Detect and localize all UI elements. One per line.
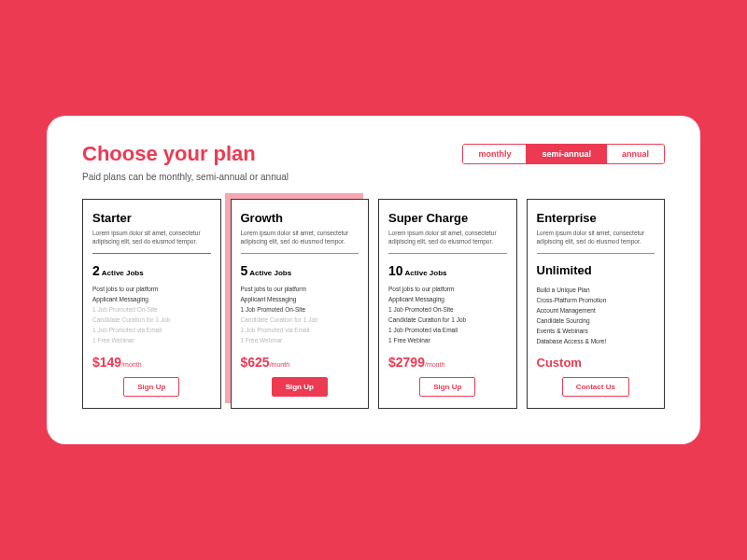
plan-feature: 1 Job Promoted via Email bbox=[388, 325, 507, 335]
plan-feature: Candidate Sourcing bbox=[537, 315, 655, 326]
plan-name: Super Charge bbox=[388, 211, 507, 225]
plan-feature: Cross-Platform Promotion bbox=[537, 295, 655, 305]
plan-feature: 1 Free Webinar bbox=[92, 335, 211, 345]
plan-growth: GrowthLorem ipsum dolor sit amet, consec… bbox=[231, 199, 370, 409]
plan-starter: StarterLorem ipsum dolor sit amet, conse… bbox=[82, 199, 221, 409]
plan-feature: 1 Job Promoted On-Site bbox=[92, 304, 211, 315]
plan-price-period: /month bbox=[121, 361, 141, 368]
plan-feature: 1 Free Webinar bbox=[241, 335, 359, 345]
header-text: Choose your plan Paid plans can be month… bbox=[82, 142, 289, 182]
plan-divider bbox=[241, 253, 359, 254]
page-subtitle: Paid plans can be monthly, semi-annual o… bbox=[82, 172, 289, 182]
plan-feature: Database Access & More! bbox=[537, 336, 655, 346]
plan-feature: 1 Free Webinar bbox=[388, 335, 507, 345]
plan-price: $149/month bbox=[92, 355, 211, 370]
toggle-annual[interactable]: annual bbox=[607, 145, 664, 163]
plan-super-charge: Super ChargeLorem ipsum dolor sit amet, … bbox=[378, 199, 517, 409]
plan-feature: 1 Job Promoted via Email bbox=[241, 325, 359, 335]
plan-feature: Post jobs to our platform bbox=[92, 284, 211, 294]
plan-cta-button[interactable]: Sign Up bbox=[123, 377, 179, 397]
plan-price: $625/month bbox=[241, 355, 359, 370]
plan-feature: Candidate Curation for 1 Job bbox=[92, 315, 211, 325]
plan-price-period: /month bbox=[270, 361, 289, 368]
toggle-monthly[interactable]: monthly bbox=[463, 145, 527, 163]
plan-jobs-count: 10 bbox=[388, 263, 403, 278]
plan-name: Enterprise bbox=[537, 211, 655, 225]
plan-features: Post jobs to our platformApplicant Messa… bbox=[241, 284, 359, 345]
plan-cta-button[interactable]: Sign Up bbox=[419, 377, 475, 397]
plan-jobs-label: Active Jobs bbox=[102, 269, 144, 277]
plan-jobs-label: Active Jobs bbox=[405, 269, 447, 277]
plan-feature: Applicant Messaging bbox=[241, 294, 359, 304]
plan-jobs: 5Active Jobs bbox=[241, 263, 359, 278]
plan-jobs-unlimited: Unlimited bbox=[537, 263, 655, 277]
plan-features: Post jobs to our platformApplicant Messa… bbox=[388, 284, 507, 345]
plan-feature: 1 Job Promoted On-Site bbox=[241, 304, 359, 315]
billing-toggle: monthly semi-annual annual bbox=[462, 144, 665, 164]
plan-feature: Build a Unique Plan bbox=[537, 285, 655, 295]
plan-jobs-count: 2 bbox=[92, 263, 100, 278]
plan-cta-button[interactable]: Contact Us bbox=[562, 377, 629, 397]
plan-name: Growth bbox=[241, 211, 359, 225]
plan-jobs-count: 5 bbox=[241, 263, 248, 278]
plan-cta-button[interactable]: Sign Up bbox=[272, 377, 328, 397]
plan-feature: Applicant Messaging bbox=[388, 294, 507, 304]
plan-price-period: /month bbox=[425, 361, 444, 368]
page-title: Choose your plan bbox=[82, 142, 289, 166]
plan-divider bbox=[537, 253, 655, 254]
plans-container: StarterLorem ipsum dolor sit amet, conse… bbox=[82, 199, 665, 409]
plan-cta-wrap: Sign Up bbox=[92, 377, 211, 397]
plan-name: Starter bbox=[92, 211, 211, 225]
plan-cta-wrap: Sign Up bbox=[388, 377, 507, 397]
plan-features: Build a Unique PlanCross-Platform Promot… bbox=[537, 285, 655, 346]
plan-feature: Candidate Curation for 1 Job bbox=[388, 315, 507, 325]
plan-enterprise: EnterpriseLorem ipsum dolor sit amet, co… bbox=[527, 199, 666, 409]
pricing-card: Choose your plan Paid plans can be month… bbox=[47, 116, 700, 444]
plan-feature: Events & Webinars bbox=[537, 326, 655, 336]
plan-feature: Account Management bbox=[537, 305, 655, 315]
plan-feature: Applicant Messaging bbox=[92, 294, 211, 304]
plan-feature: Candidate Curation for 1 Job bbox=[241, 315, 359, 325]
plan-price-custom: Custom bbox=[537, 356, 655, 370]
plan-feature: 1 Job Promoted On-Site bbox=[388, 304, 507, 315]
plan-divider bbox=[388, 253, 507, 254]
plan-divider bbox=[92, 253, 211, 254]
plan-description: Lorem ipsum dolor sit amet, consectetur … bbox=[92, 229, 211, 245]
toggle-semi-annual[interactable]: semi-annual bbox=[527, 145, 607, 163]
plan-description: Lorem ipsum dolor sit amet, consectetur … bbox=[241, 229, 359, 245]
plan-features: Post jobs to our platformApplicant Messa… bbox=[92, 284, 211, 345]
plan-cta-wrap: Sign Up bbox=[241, 377, 359, 397]
plan-description: Lorem ipsum dolor sit amet, consectetur … bbox=[388, 229, 507, 245]
header: Choose your plan Paid plans can be month… bbox=[82, 142, 665, 182]
plan-price: $2799/month bbox=[388, 355, 507, 370]
plan-feature: 1 Job Promoted via Email bbox=[92, 325, 211, 335]
plan-feature: Post jobs to our platform bbox=[388, 284, 507, 294]
plan-description: Lorem ipsum dolor sit amet, consectetur … bbox=[537, 229, 655, 245]
plan-feature: Post jobs to our platform bbox=[241, 284, 359, 294]
plan-jobs: 10Active Jobs bbox=[388, 263, 507, 278]
plan-jobs: 2Active Jobs bbox=[92, 263, 211, 278]
plan-jobs-label: Active Jobs bbox=[249, 269, 291, 277]
plan-cta-wrap: Contact Us bbox=[537, 377, 655, 397]
